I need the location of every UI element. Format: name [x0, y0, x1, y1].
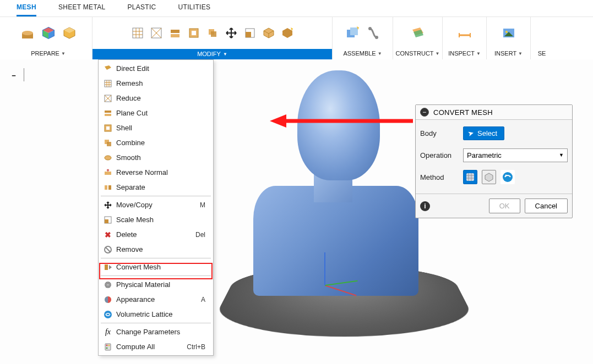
construct-icon-plane[interactable] — [409, 24, 427, 42]
menu-delete[interactable]: ✖ Delete Del — [99, 227, 213, 242]
tab-sheetmetal[interactable]: SHEET METAL — [58, 3, 106, 16]
menu-shell[interactable]: Shell — [99, 120, 213, 135]
svg-rect-39 — [107, 142, 111, 146]
menu-label: Plane Cut — [116, 109, 209, 117]
select-group-label[interactable]: SE — [538, 48, 546, 59]
body-label: Body — [420, 129, 463, 137]
toolbar-group-construct: CONSTRUCT ▼ — [393, 17, 443, 59]
separate-icon — [103, 183, 113, 192]
menu-combine[interactable]: Combine — [99, 135, 213, 150]
menu-change-parameters[interactable]: fx Change Parameters — [99, 324, 213, 339]
info-icon[interactable]: i — [420, 201, 430, 211]
tab-plastic[interactable]: PLASTIC — [127, 3, 156, 16]
svg-marker-34 — [105, 111, 111, 113]
method-organic-button[interactable] — [500, 170, 515, 184]
assemble-icon-new[interactable] — [344, 24, 361, 42]
select-label: SE — [538, 50, 546, 57]
menu-scale-mesh[interactable]: Scale Mesh — [99, 212, 213, 227]
scale-icon — [103, 215, 113, 225]
timeline-collapse-icon[interactable]: − — [9, 70, 19, 80]
svg-rect-43 — [108, 185, 111, 190]
menu-separator — [101, 258, 211, 258]
svg-rect-45 — [105, 219, 108, 223]
appearance-icon — [103, 295, 113, 305]
menu-label: Shell — [116, 124, 209, 132]
modify-icon-planecut[interactable] — [167, 25, 183, 41]
inspect-label: INSPECT — [448, 50, 475, 57]
move-icon — [103, 200, 113, 210]
svg-point-55 — [108, 344, 110, 346]
axis-z-icon — [324, 252, 325, 285]
prepare-icon-2[interactable] — [40, 24, 57, 42]
prepare-label: PREPARE — [31, 50, 59, 57]
tab-utilities[interactable]: UTILITIES — [178, 3, 211, 16]
menu-separator — [101, 275, 211, 276]
menu-label: Move/Copy — [116, 201, 197, 209]
insert-group-label[interactable]: INSERT ▼ — [494, 48, 523, 59]
method-faceted-button[interactable] — [463, 170, 477, 184]
method-prismatic-button[interactable] — [482, 170, 496, 184]
modify-icon-reduce[interactable] — [149, 25, 164, 41]
inspect-icon-measure[interactable] — [456, 24, 474, 42]
caret-down-icon: ▼ — [518, 51, 523, 56]
menu-label: Reverse Normal — [116, 168, 209, 177]
menu-move-copy[interactable]: Move/Copy M — [99, 197, 213, 212]
svg-point-40 — [105, 156, 111, 160]
modify-icon-scale[interactable] — [242, 25, 258, 41]
menu-appearance[interactable]: Appearance A — [99, 292, 213, 307]
modify-icon-star[interactable] — [280, 25, 295, 41]
menu-volumetric-lattice[interactable]: Volumetric Lattice — [99, 307, 213, 322]
caret-down-icon: ▼ — [559, 152, 564, 158]
construct-label: CONSTRUCT — [396, 50, 434, 57]
menu-direct-edit[interactable]: Direct Edit — [99, 61, 213, 76]
menu-reduce[interactable]: Reduce — [99, 91, 213, 106]
menu-compute-all[interactable]: Compute All Ctrl+B — [99, 339, 213, 354]
inspect-group-label[interactable]: INSPECT ▼ — [448, 48, 481, 59]
assemble-icon-joint[interactable] — [364, 24, 382, 42]
menu-plane-cut[interactable]: Plane Cut — [99, 106, 213, 120]
collapse-icon[interactable]: − — [420, 108, 429, 117]
menu-remesh[interactable]: Remesh — [99, 76, 213, 91]
modify-icon-combine[interactable] — [205, 25, 220, 41]
remove-icon — [103, 245, 113, 255]
modify-group-label[interactable]: MODIFY ▼ — [93, 49, 332, 59]
reduce-icon — [103, 93, 113, 103]
prepare-group-label[interactable]: PREPARE ▼ — [31, 48, 66, 59]
modify-icon-remesh[interactable] — [130, 25, 145, 41]
insert-icon-image[interactable] — [500, 24, 518, 42]
svg-rect-22 — [350, 27, 358, 35]
method-label: Method — [420, 173, 463, 181]
panel-header[interactable]: − CONVERT MESH — [416, 105, 572, 120]
menu-separator — [101, 323, 211, 323]
construct-group-label[interactable]: CONSTRUCT ▼ — [396, 48, 440, 59]
menu-separate[interactable]: Separate — [99, 180, 213, 195]
menu-shortcut: Ctrl+B — [187, 343, 205, 351]
workspace-tab-bar: MESH SHEET METAL PLASTIC UTILITIES — [0, 0, 593, 16]
prepare-icon-3[interactable] — [61, 24, 78, 42]
compute-all-icon — [103, 342, 113, 352]
svg-rect-13 — [192, 31, 196, 35]
assemble-group-label[interactable]: ASSEMBLE ▼ — [343, 48, 382, 59]
svg-point-29 — [505, 31, 508, 33]
menu-reverse-normal[interactable]: Reverse Normal — [99, 165, 213, 180]
menu-smooth[interactable]: Smooth — [99, 150, 213, 165]
menu-physical-material[interactable]: Physical Material — [99, 277, 213, 292]
prepare-icon-1[interactable] — [19, 24, 36, 42]
menu-label: Physical Material — [116, 280, 209, 289]
select-body-button[interactable]: ➤ Select — [463, 126, 504, 140]
svg-rect-42 — [105, 185, 107, 190]
model-bust-body — [253, 70, 418, 296]
modify-icon-move[interactable] — [224, 25, 239, 41]
modify-icon-shell[interactable] — [186, 25, 202, 41]
row-method: Method — [420, 169, 568, 185]
menu-convert-mesh[interactable]: Convert Mesh — [99, 260, 213, 274]
cancel-button[interactable]: Cancel — [525, 198, 568, 213]
operation-dropdown[interactable]: Parametric ▼ — [463, 148, 568, 162]
menu-remove[interactable]: Remove — [99, 242, 213, 257]
modify-icon-convert[interactable] — [261, 25, 276, 41]
menu-label: Scale Mesh — [116, 216, 209, 224]
menu-label: Separate — [116, 183, 209, 191]
tab-mesh[interactable]: MESH — [17, 3, 36, 16]
menu-label: Change Parameters — [116, 328, 209, 336]
svg-marker-60 — [485, 173, 493, 181]
